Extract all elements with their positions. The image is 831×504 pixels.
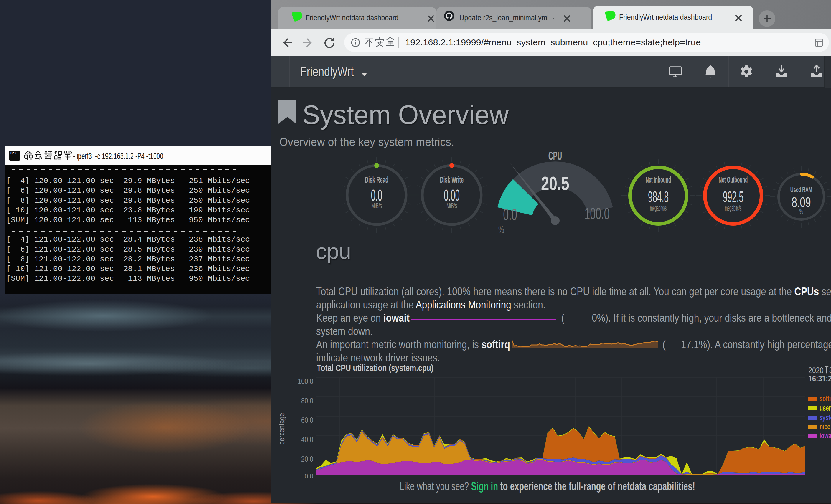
svg-text:0.0: 0.0 xyxy=(503,206,517,224)
svg-text:megabits/s: megabits/s xyxy=(725,204,742,212)
svg-text:megabits/s: megabits/s xyxy=(650,204,667,212)
svg-text:Net Inbound: Net Inbound xyxy=(646,175,671,185)
svg-text:CPU: CPU xyxy=(548,149,562,162)
svg-text:MiB/s: MiB/s xyxy=(371,201,382,210)
svg-text:Disk Read: Disk Read xyxy=(365,175,389,184)
svg-text:992.5: 992.5 xyxy=(723,188,743,205)
svg-text:984.8: 984.8 xyxy=(648,188,669,205)
svg-text:MiB/s: MiB/s xyxy=(447,201,457,210)
svg-text:Disk Write: Disk Write xyxy=(440,175,464,184)
svg-text:%: % xyxy=(800,208,803,215)
svg-text:%: % xyxy=(498,224,504,236)
svg-text:20.5: 20.5 xyxy=(541,173,569,194)
svg-text:Used RAM: Used RAM xyxy=(790,185,812,193)
svg-text:Net Outbound: Net Outbound xyxy=(719,175,748,185)
svg-text:100.0: 100.0 xyxy=(584,205,609,223)
